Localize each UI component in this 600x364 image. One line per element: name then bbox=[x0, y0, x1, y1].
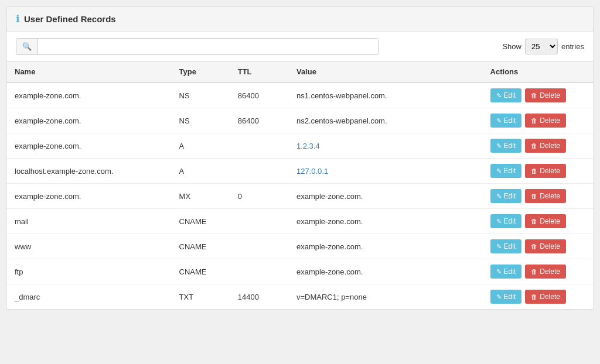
col-header-actions: Actions bbox=[482, 61, 594, 83]
col-header-ttl: TTL bbox=[230, 61, 288, 83]
edit-label: Edit bbox=[504, 192, 516, 200]
cell-ttl: 86400 bbox=[230, 108, 288, 133]
edit-icon: ✎ bbox=[496, 268, 502, 276]
edit-button[interactable]: ✎Edit bbox=[490, 214, 522, 228]
cell-ttl bbox=[230, 234, 288, 259]
cell-value: example-zone.com. bbox=[288, 259, 482, 284]
entries-select[interactable]: 10 25 50 100 bbox=[525, 39, 558, 54]
delete-button[interactable]: 🗑Delete bbox=[525, 189, 566, 203]
edit-icon: ✎ bbox=[496, 218, 502, 225]
table-header-row: Name Type TTL Value Actions bbox=[6, 61, 594, 83]
delete-button[interactable]: 🗑Delete bbox=[525, 265, 566, 279]
delete-label: Delete bbox=[540, 167, 560, 175]
edit-icon: ✎ bbox=[496, 92, 502, 99]
table-row: wwwCNAMEexample-zone.com.✎Edit🗑Delete bbox=[6, 234, 594, 259]
table-row: mailCNAMEexample-zone.com.✎Edit🗑Delete bbox=[6, 209, 594, 234]
cell-actions: ✎Edit🗑Delete bbox=[482, 159, 594, 184]
cell-ttl bbox=[230, 159, 288, 184]
cell-value: example-zone.com. bbox=[288, 209, 482, 234]
cell-ttl bbox=[230, 259, 288, 284]
cell-ttl: 14400 bbox=[230, 284, 288, 310]
cell-ttl bbox=[230, 209, 288, 234]
delete-button[interactable]: 🗑Delete bbox=[525, 88, 566, 102]
delete-icon: 🗑 bbox=[531, 167, 537, 174]
table-row: example-zone.com.NS86400ns1.centos-webpa… bbox=[6, 83, 594, 108]
edit-icon: ✎ bbox=[496, 167, 502, 175]
edit-label: Edit bbox=[504, 167, 516, 175]
edit-label: Edit bbox=[504, 293, 516, 301]
entries-label: entries bbox=[561, 42, 584, 51]
search-input[interactable] bbox=[38, 39, 378, 54]
delete-label: Delete bbox=[540, 217, 560, 225]
cell-actions: ✎Edit🗑Delete bbox=[482, 259, 594, 284]
delete-button[interactable]: 🗑Delete bbox=[525, 290, 566, 304]
info-icon: ℹ bbox=[16, 13, 19, 25]
cell-name: localhost.example-zone.com. bbox=[6, 159, 171, 184]
delete-button[interactable]: 🗑Delete bbox=[525, 214, 566, 228]
delete-button[interactable]: 🗑Delete bbox=[525, 239, 566, 253]
delete-label: Delete bbox=[540, 293, 560, 301]
cell-value: example-zone.com. bbox=[288, 234, 482, 259]
edit-button[interactable]: ✎Edit bbox=[490, 290, 522, 304]
edit-button[interactable]: ✎Edit bbox=[490, 114, 522, 128]
col-header-type: Type bbox=[171, 61, 230, 83]
table-row: _dmarcTXT14400v=DMARC1; p=none✎Edit🗑Dele… bbox=[6, 284, 594, 310]
cell-actions: ✎Edit🗑Delete bbox=[482, 83, 594, 108]
cell-value: example-zone.com. bbox=[288, 184, 482, 209]
edit-button[interactable]: ✎Edit bbox=[490, 164, 522, 178]
cell-value: v=DMARC1; p=none bbox=[288, 284, 482, 310]
delete-label: Delete bbox=[540, 267, 560, 276]
cell-type: MX bbox=[171, 184, 230, 209]
edit-icon: ✎ bbox=[496, 243, 502, 250]
edit-button[interactable]: ✎Edit bbox=[490, 139, 522, 153]
search-icon: 🔍 bbox=[22, 42, 32, 51]
delete-label: Delete bbox=[540, 116, 560, 125]
cell-name: example-zone.com. bbox=[6, 133, 171, 159]
search-button[interactable]: 🔍 bbox=[16, 39, 38, 54]
delete-button[interactable]: 🗑Delete bbox=[525, 114, 566, 128]
edit-label: Edit bbox=[504, 91, 516, 99]
col-header-name: Name bbox=[6, 61, 171, 83]
search-wrapper: 🔍 bbox=[16, 38, 379, 55]
cell-name: www bbox=[6, 234, 171, 259]
cell-type: A bbox=[171, 133, 230, 159]
delete-icon: 🗑 bbox=[531, 218, 537, 225]
delete-icon: 🗑 bbox=[531, 293, 537, 300]
cell-actions: ✎Edit🗑Delete bbox=[482, 184, 594, 209]
cell-value: ns2.centos-webpanel.com. bbox=[288, 108, 482, 133]
page-container: ℹ User Defined Records 🔍 Show 10 25 50 1… bbox=[6, 6, 594, 310]
cell-actions: ✎Edit🗑Delete bbox=[482, 133, 594, 159]
delete-icon: 🗑 bbox=[531, 243, 537, 250]
cell-actions: ✎Edit🗑Delete bbox=[482, 284, 594, 310]
edit-button[interactable]: ✎Edit bbox=[490, 239, 522, 253]
entries-wrapper: Show 10 25 50 100 entries bbox=[502, 39, 584, 54]
delete-label: Delete bbox=[540, 192, 560, 200]
cell-actions: ✎Edit🗑Delete bbox=[482, 108, 594, 133]
delete-label: Delete bbox=[540, 142, 560, 150]
cell-type: NS bbox=[171, 108, 230, 133]
edit-button[interactable]: ✎Edit bbox=[490, 265, 522, 279]
cell-name: mail bbox=[6, 209, 171, 234]
cell-ttl: 0 bbox=[230, 184, 288, 209]
cell-name: _dmarc bbox=[6, 284, 171, 310]
cell-type: CNAME bbox=[171, 259, 230, 284]
edit-label: Edit bbox=[504, 267, 516, 276]
table-row: localhost.example-zone.com.A127.0.0.1✎Ed… bbox=[6, 159, 594, 184]
cell-name: example-zone.com. bbox=[6, 83, 171, 108]
edit-button[interactable]: ✎Edit bbox=[490, 189, 522, 203]
cell-ttl: 86400 bbox=[230, 83, 288, 108]
delete-label: Delete bbox=[540, 91, 560, 99]
delete-button[interactable]: 🗑Delete bbox=[525, 164, 566, 178]
cell-name: ftp bbox=[6, 259, 171, 284]
table-row: example-zone.com.A1.2.3.4✎Edit🗑Delete bbox=[6, 133, 594, 159]
delete-icon: 🗑 bbox=[531, 142, 537, 149]
table-row: example-zone.com.NS86400ns2.centos-webpa… bbox=[6, 108, 594, 133]
cell-name: example-zone.com. bbox=[6, 184, 171, 209]
cell-name: example-zone.com. bbox=[6, 108, 171, 133]
toolbar: 🔍 Show 10 25 50 100 entries bbox=[6, 32, 594, 61]
edit-button[interactable]: ✎Edit bbox=[490, 88, 522, 102]
page-header: ℹ User Defined Records bbox=[6, 6, 594, 32]
page-title: User Defined Records bbox=[24, 14, 116, 24]
delete-button[interactable]: 🗑Delete bbox=[525, 139, 566, 153]
edit-label: Edit bbox=[504, 242, 516, 250]
